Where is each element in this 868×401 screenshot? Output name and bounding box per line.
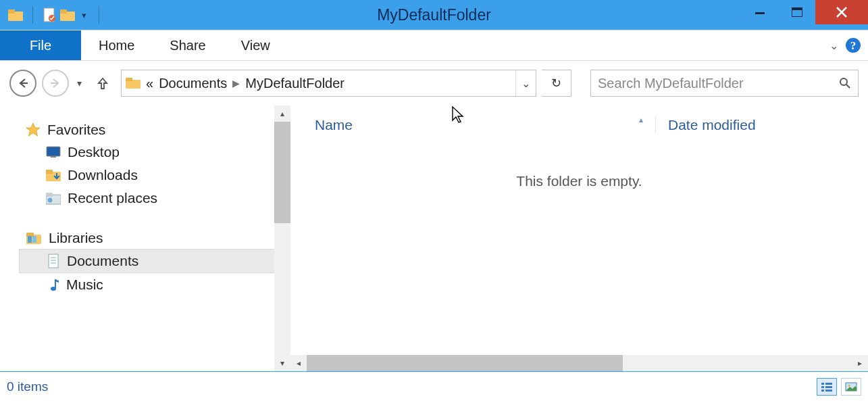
scroll-down-icon[interactable]: ▾	[274, 355, 290, 371]
libraries-label: Libraries	[49, 230, 103, 246]
column-name[interactable]: Name ▴	[290, 117, 655, 133]
svg-rect-28	[49, 254, 58, 268]
search-input[interactable]: Search MyDefaultFolder	[590, 70, 859, 97]
scroll-up-icon[interactable]: ▴	[274, 105, 290, 122]
close-button[interactable]	[815, 0, 868, 24]
separator	[32, 6, 33, 24]
tree-item-desktop[interactable]: Desktop	[26, 141, 290, 164]
maximize-button[interactable]	[778, 0, 815, 24]
favorites-label: Favorites	[47, 122, 105, 138]
svg-rect-27	[32, 236, 36, 243]
svg-rect-33	[821, 383, 824, 385]
scroll-thumb[interactable]	[307, 355, 623, 371]
ribbon-expand-icon[interactable]: ⌄	[829, 39, 838, 52]
minimize-button[interactable]	[741, 0, 778, 24]
svg-rect-22	[46, 193, 53, 197]
file-list-pane[interactable]: Name ▴ Date modified This folder is empt…	[290, 105, 868, 371]
up-button[interactable]	[90, 76, 116, 90]
sort-indicator-icon: ▴	[639, 115, 643, 124]
tree-scrollbar[interactable]: ▴ ▾	[274, 105, 290, 371]
thumbnails-view-button[interactable]	[841, 378, 861, 396]
svg-rect-35	[821, 386, 824, 388]
svg-rect-14	[126, 78, 132, 81]
svg-rect-1	[8, 9, 15, 14]
svg-rect-38	[825, 390, 832, 392]
column-name-label: Name	[315, 117, 353, 133]
scroll-right-icon[interactable]: ▸	[852, 358, 868, 368]
scroll-thumb[interactable]	[274, 122, 290, 223]
address-dropdown-button[interactable]: ⌄	[515, 70, 536, 96]
column-date-modified[interactable]: Date modified	[655, 117, 868, 133]
tree-item-recent-places[interactable]: Recent places	[26, 187, 290, 210]
tab-share[interactable]: Share	[152, 30, 223, 60]
svg-rect-8	[792, 7, 802, 10]
column-headers: Name ▴ Date modified	[290, 105, 868, 139]
view-switcher	[817, 378, 861, 396]
help-icon[interactable]: ?	[845, 37, 861, 53]
empty-folder-message: This folder is empty.	[290, 173, 868, 189]
desktop-icon	[46, 146, 61, 158]
recent-places-icon	[46, 191, 61, 205]
navigation-pane[interactable]: Favorites Desktop Downloads	[0, 105, 290, 371]
scroll-left-icon[interactable]: ◂	[290, 358, 307, 368]
svg-rect-34	[825, 383, 832, 385]
status-bar: 0 items	[0, 371, 868, 401]
svg-point-23	[48, 198, 53, 203]
svg-rect-18	[51, 156, 56, 158]
music-icon	[46, 277, 59, 292]
tab-view[interactable]: View	[224, 30, 288, 60]
svg-rect-6	[755, 12, 765, 14]
search-icon[interactable]	[839, 77, 851, 89]
svg-text:?: ?	[850, 39, 857, 52]
svg-point-40	[848, 384, 850, 386]
breadcrumb: « Documents ▶ MyDefaultFolder	[146, 76, 344, 91]
file-tab[interactable]: File	[0, 30, 81, 60]
svg-rect-20	[46, 170, 53, 174]
back-button[interactable]	[9, 70, 36, 97]
breadcrumb-parent[interactable]: Documents	[159, 76, 227, 91]
qat-dropdown-icon[interactable]: ▾	[79, 10, 89, 20]
tree-item-documents[interactable]: Documents	[19, 249, 290, 273]
content-body: Favorites Desktop Downloads	[0, 105, 868, 371]
tab-home[interactable]: Home	[81, 30, 152, 60]
title-bar[interactable]: ▾ MyDefaultFolder	[0, 0, 868, 30]
new-folder-icon[interactable]	[60, 8, 75, 22]
tree-item-label: Desktop	[68, 144, 120, 160]
item-count: 0 items	[7, 379, 48, 394]
libraries-header[interactable]: Libraries	[26, 227, 290, 249]
window-title: MyDefaultFolder	[0, 0, 868, 30]
favorites-header[interactable]: Favorites	[26, 119, 290, 141]
column-date-label: Date modified	[668, 117, 756, 133]
forward-button[interactable]	[42, 70, 69, 97]
refresh-button[interactable]: ↻	[542, 70, 571, 97]
scroll-track[interactable]	[307, 355, 852, 371]
folder-icon	[8, 8, 23, 22]
svg-point-32	[51, 287, 56, 291]
tree-item-music[interactable]: Music	[26, 273, 290, 296]
svg-point-15	[840, 78, 847, 85]
tree-item-downloads[interactable]: Downloads	[26, 164, 290, 187]
libraries-group: Libraries Documents Music	[26, 227, 290, 296]
recent-locations-button[interactable]: ▾	[74, 78, 84, 89]
favorites-group: Favorites Desktop Downloads	[26, 119, 290, 210]
breadcrumb-current[interactable]: MyDefaultFolder	[245, 76, 344, 91]
horizontal-scrollbar[interactable]: ◂ ▸	[290, 355, 868, 371]
svg-rect-17	[47, 147, 60, 156]
tree-item-label: Documents	[67, 253, 138, 269]
quick-access-toolbar: ▾	[0, 0, 105, 30]
svg-rect-36	[825, 386, 832, 388]
details-view-button[interactable]	[817, 378, 837, 396]
properties-icon[interactable]	[43, 7, 56, 22]
document-icon	[47, 254, 60, 268]
svg-rect-5	[60, 9, 67, 14]
tree-item-label: Music	[66, 277, 103, 293]
downloads-icon	[46, 168, 61, 182]
breadcrumb-overflow[interactable]: «	[146, 76, 153, 91]
star-icon	[26, 122, 41, 137]
navigation-row: ▾ « Documents ▶ MyDefaultFolder ⌄ ↻ Sear…	[0, 61, 868, 105]
svg-rect-26	[28, 236, 32, 243]
libraries-icon	[26, 231, 42, 245]
chevron-right-icon[interactable]: ▶	[232, 78, 240, 89]
address-bar[interactable]: « Documents ▶ MyDefaultFolder ⌄	[121, 70, 536, 97]
search-placeholder: Search MyDefaultFolder	[598, 76, 839, 91]
